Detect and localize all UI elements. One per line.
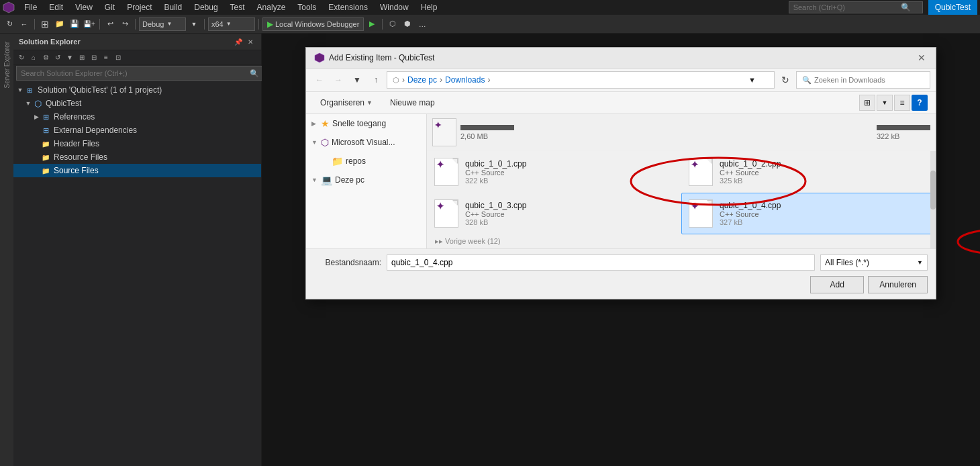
deze-label: Deze pc: [335, 175, 364, 185]
debug-config-dropdown[interactable]: Debug ▼: [139, 17, 186, 31]
se-expand[interactable]: ⊞: [77, 52, 87, 62]
se-props[interactable]: ⚙: [40, 52, 51, 62]
file-item-0[interactable]: ✦ qubic_1_0_1.cpp C++ Source 322 kB: [427, 151, 681, 193]
file-item-3[interactable]: ✦ qubic_1_0_4.cpp C++ Source 327 kB: [681, 193, 936, 234]
tree-project[interactable]: ▼ ⬡ QubicTest: [13, 97, 261, 110]
view-details-button[interactable]: ≡: [894, 95, 910, 111]
left-panel-item-repos[interactable]: ▶ 📁 repos: [306, 152, 426, 171]
toolbar-redo[interactable]: ↪: [118, 17, 132, 31]
tree-external-deps[interactable]: ▶ ⊞ External Dependencies: [13, 124, 261, 137]
toolbar-save-all[interactable]: 💾+: [83, 17, 96, 31]
organize-button[interactable]: Organiseren ▼: [314, 96, 379, 109]
left-panel-item-ms-visual[interactable]: ▼ ⬡ Microsoft Visual...: [306, 133, 426, 152]
tree-header-files[interactable]: ▶ 📁 Header Files: [13, 137, 261, 150]
menu-window[interactable]: Window: [375, 1, 414, 13]
help-button[interactable]: ?: [912, 95, 928, 111]
se-refresh[interactable]: ↺: [52, 52, 63, 62]
header-files-icon: 📁: [40, 138, 51, 149]
toolbar-back[interactable]: ←: [17, 17, 31, 31]
arrow-project: ▼: [24, 100, 32, 107]
menu-build[interactable]: Build: [159, 1, 188, 13]
file-icon-corner-1: [707, 158, 712, 164]
menu-tools[interactable]: Tools: [292, 1, 322, 13]
view-dropdown[interactable]: ▼: [877, 95, 893, 111]
breadcrumb-downloads[interactable]: Downloads: [445, 75, 485, 85]
platform-dropdown[interactable]: x64 ▼: [208, 17, 255, 31]
file-icon-plus-3: ✦: [691, 201, 699, 211]
toolbar-attach[interactable]: ▶: [365, 17, 379, 31]
toolbar-extra[interactable]: …: [415, 17, 429, 31]
menu-debug[interactable]: Debug: [189, 1, 223, 13]
se-pin[interactable]: 📌: [233, 36, 244, 47]
tree-source-files[interactable]: ▶ 📁 Source Files: [13, 164, 261, 177]
menu-extensions[interactable]: Extensions: [323, 1, 373, 13]
tree-solution[interactable]: ▼ ⊞ Solution 'QubicTest' (1 of 1 project…: [13, 83, 261, 97]
more-indicator[interactable]: ▸ ▸ Vorige week (12): [427, 234, 936, 248]
menu-file[interactable]: File: [19, 1, 42, 13]
menu-test[interactable]: Test: [225, 1, 250, 13]
se-filter[interactable]: ▼: [64, 52, 75, 62]
se-title: Solution Explorer: [19, 38, 81, 46]
file-item-2[interactable]: ✦ qubic_1_0_3.cpp C++ Source 328 kB: [427, 193, 681, 234]
dialog-left-panel: ▶ ★ Snelle toegang ▼ ⬡ Microsoft Visual.…: [306, 114, 427, 248]
menu-search-input[interactable]: [793, 3, 901, 11]
dropdown-arrow[interactable]: ▼: [187, 17, 201, 31]
tree-references[interactable]: ▶ ⊞ References: [13, 110, 261, 124]
breadcrumb-dropdown[interactable]: ▼: [748, 73, 769, 87]
add-button[interactable]: Add: [810, 276, 864, 293]
run-button[interactable]: ▶ Local Windows Debugger: [262, 17, 364, 31]
nav-up-button[interactable]: ↑: [368, 72, 384, 88]
left-panel-item-deze-pc[interactable]: ▼ 💻 Deze pc: [306, 171, 426, 189]
filetype-dropdown[interactable]: All Files (*.*) ▼: [820, 254, 928, 271]
file-details-3: qubic_1_0_4.cpp C++ Source 327 kB: [720, 201, 930, 226]
nav-back-button[interactable]: ←: [311, 72, 328, 88]
search-icon: 🔍: [802, 76, 812, 85]
filename-input[interactable]: [387, 254, 815, 271]
solution-label: Solution 'QubicTest' (1 of 1 project): [38, 85, 162, 95]
menu-project[interactable]: Project: [121, 1, 157, 13]
toolbar-open[interactable]: 📁: [53, 17, 66, 31]
se-search-input[interactable]: [21, 69, 250, 77]
new-folder-button[interactable]: Nieuwe map: [384, 96, 441, 109]
toolbar-save[interactable]: 💾: [68, 17, 81, 31]
se-collapse[interactable]: ⊟: [89, 52, 99, 62]
toolbar-new[interactable]: ⊞: [38, 17, 52, 31]
file-icon-base-1: ✦: [689, 158, 713, 186]
se-new-view[interactable]: ⊡: [113, 52, 124, 62]
se-home[interactable]: ⌂: [28, 52, 39, 62]
dialog-search-input[interactable]: [814, 76, 922, 84]
menu-edit[interactable]: Edit: [44, 1, 68, 13]
left-panel-item-snelle[interactable]: ▶ ★ Snelle toegang: [306, 114, 426, 133]
se-sync[interactable]: ↻: [16, 52, 27, 62]
file-icon-plus-0: ✦: [436, 160, 444, 169]
dialog-search-bar: 🔍: [796, 71, 930, 89]
menu-help[interactable]: Help: [415, 1, 443, 13]
breadcrumb-deze-pc[interactable]: Deze pc: [407, 75, 437, 85]
deze-arrow: ▼: [311, 177, 318, 183]
menu-git[interactable]: Git: [99, 1, 120, 13]
menu-view[interactable]: View: [70, 1, 98, 13]
toolbar-windows[interactable]: ⬢: [401, 17, 414, 31]
cancel-button[interactable]: Annuleren: [868, 276, 928, 293]
file-item-1[interactable]: ✦ qubic_1_0_2.cpp C++ Source 325 kB: [681, 151, 936, 193]
nav-dropdown-button[interactable]: ▼: [349, 72, 365, 88]
toolbar-undo[interactable]: ↩: [103, 17, 117, 31]
toolbar-sync[interactable]: ↻: [3, 17, 16, 31]
tree-resource-files[interactable]: ▶ 📁 Resource Files: [13, 150, 261, 164]
toolbar-perf[interactable]: ⬡: [386, 17, 399, 31]
menu-analyze[interactable]: Analyze: [252, 1, 291, 13]
nav-refresh-button[interactable]: ↻: [777, 72, 793, 88]
nav-forward-button[interactable]: →: [330, 72, 346, 88]
sep1: [34, 19, 35, 30]
file-icon-plus-2: ✦: [436, 201, 444, 211]
view-grid-button[interactable]: ⊞: [859, 95, 875, 111]
menu-search-bar: 🔍: [789, 1, 923, 13]
filetype-arrow: ▼: [917, 259, 923, 266]
sep6: [382, 19, 383, 30]
scrollbar[interactable]: [930, 151, 936, 248]
se-close[interactable]: ✕: [245, 36, 256, 47]
se-settings[interactable]: ≡: [101, 52, 111, 62]
server-explorer-label[interactable]: Server Explorer: [3, 42, 11, 88]
add-existing-item-dialog: Add Existing Item - QubicTest ✕ ← → ▼ ↑ …: [305, 47, 936, 299]
dialog-close-button[interactable]: ✕: [916, 52, 928, 64]
